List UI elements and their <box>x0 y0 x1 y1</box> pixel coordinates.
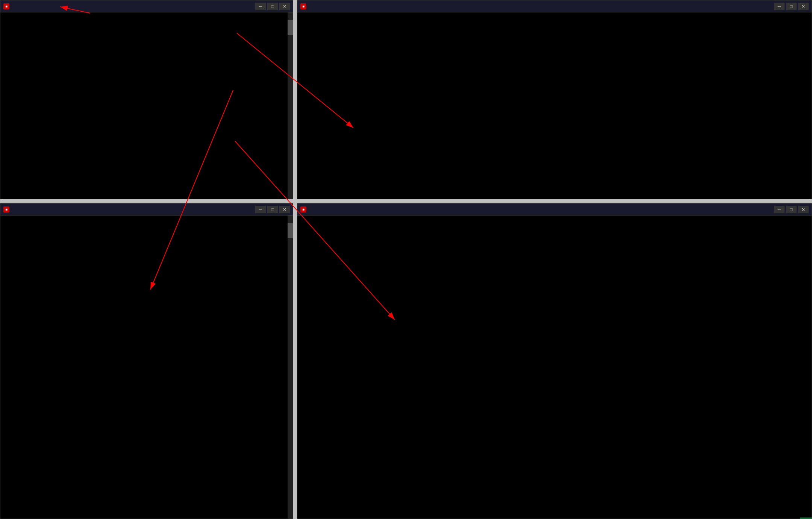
window-icon-6382: ■ <box>300 206 306 212</box>
maximize-btn-6379[interactable]: □ <box>267 3 278 10</box>
window-controls-6382[interactable]: ─ □ ✕ <box>774 206 809 213</box>
titlebar-redis-6381: ■ ─ □ ✕ <box>0 203 293 215</box>
maximize-btn-6381[interactable]: □ <box>267 206 278 213</box>
minimize-btn-6380[interactable]: ─ <box>774 3 785 10</box>
minimize-btn-6379[interactable]: ─ <box>255 3 266 10</box>
terminal-6382 <box>297 215 812 519</box>
terminal-6379 <box>0 12 293 199</box>
titlebar-redis-6379: ■ ─ □ ✕ <box>0 0 293 12</box>
scrollbar-thumb-6379[interactable] <box>288 20 293 35</box>
window-controls-6381[interactable]: ─ □ ✕ <box>255 206 290 213</box>
window-redis-6379[interactable]: ■ ─ □ ✕ <box>0 0 293 199</box>
terminal-content-6381 <box>0 215 293 519</box>
minimize-btn-6382[interactable]: ─ <box>774 206 785 213</box>
window-redis-6380[interactable]: ■ ─ □ ✕ <box>297 0 812 199</box>
close-btn-6382[interactable]: ✕ <box>798 206 809 213</box>
terminal-content-6379 <box>0 12 293 199</box>
close-btn-6379[interactable]: ✕ <box>279 3 290 10</box>
window-controls-6379[interactable]: ─ □ ✕ <box>255 3 290 10</box>
titlebar-redis-6382: ■ ─ □ ✕ <box>297 203 812 215</box>
close-btn-6381[interactable]: ✕ <box>279 206 290 213</box>
scrollbar-thumb-6381[interactable] <box>288 223 293 238</box>
minimize-btn-6381[interactable]: ─ <box>255 206 266 213</box>
window-icon-6380: ■ <box>300 3 306 9</box>
status-bar <box>800 517 812 519</box>
window-icon-6379: ■ <box>3 3 9 9</box>
maximize-btn-6382[interactable]: □ <box>786 206 797 213</box>
titlebar-redis-6380: ■ ─ □ ✕ <box>297 0 812 12</box>
terminal-content-6380 <box>297 12 812 199</box>
maximize-btn-6380[interactable]: □ <box>786 3 797 10</box>
terminal-6381 <box>0 215 293 519</box>
window-redis-6381[interactable]: ■ ─ □ ✕ <box>0 203 293 519</box>
terminal-6380 <box>297 12 812 199</box>
scrollbar-6381[interactable] <box>288 215 293 519</box>
window-icon-6381: ■ <box>3 206 9 212</box>
terminal-content-6382 <box>297 215 812 519</box>
scrollbar-6379[interactable] <box>288 12 293 199</box>
close-btn-6380[interactable]: ✕ <box>798 3 809 10</box>
window-redis-6382[interactable]: ■ ─ □ ✕ <box>297 203 812 519</box>
window-controls-6380[interactable]: ─ □ ✕ <box>774 3 809 10</box>
